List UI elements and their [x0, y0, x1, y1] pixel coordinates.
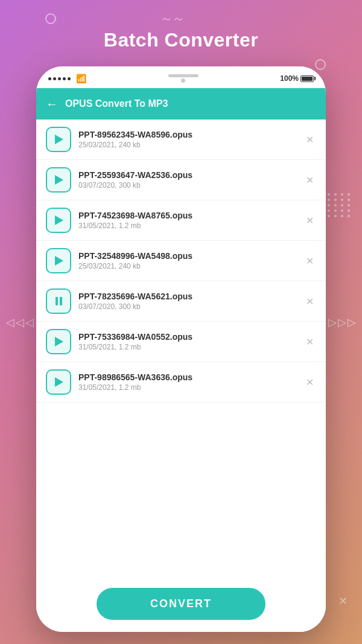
phone-speaker: [168, 74, 198, 77]
file-icon-2[interactable]: [46, 167, 71, 193]
app-header-title: OPUS Convert To MP3: [65, 98, 168, 109]
file-item-2: PPT-25593647-WA2536.opus 03/07/2020, 300…: [36, 160, 326, 200]
dots-pattern: [328, 193, 351, 217]
convert-button[interactable]: CONVERT: [97, 588, 265, 620]
phone-camera: [181, 78, 185, 83]
play-icon-6: [55, 337, 63, 346]
signal-dots: [48, 77, 71, 80]
file-icon-3[interactable]: [46, 208, 71, 233]
file-meta-6: 31/05/2021, 1.2 mb: [78, 343, 296, 351]
file-name-6: PPT-75336984-WA0552.opus: [78, 332, 296, 342]
file-item-4: PPT-32548996-WA5498.opus 25/03/2021, 240…: [36, 241, 326, 281]
play-icon-2: [55, 175, 63, 185]
file-name-4: PPT-32548996-WA5498.opus: [78, 251, 296, 261]
file-info-4: PPT-32548996-WA5498.opus 25/03/2021, 240…: [78, 251, 296, 270]
remove-button-1[interactable]: ✕: [303, 132, 316, 148]
file-meta-7: 31/05/2021, 1.2 mb: [78, 383, 296, 392]
file-info-2: PPT-25593647-WA2536.opus 03/07/2020, 300…: [78, 170, 296, 190]
remove-button-3[interactable]: ✕: [303, 212, 316, 229]
app-header: ← OPUS Convert To MP3: [36, 88, 326, 120]
file-meta-3: 31/05/2021, 1.2 mb: [78, 222, 296, 230]
page-title: Batch Converter: [0, 29, 362, 51]
remove-button-5[interactable]: ✕: [303, 293, 316, 310]
file-name-2: PPT-25593647-WA2536.opus: [78, 170, 296, 180]
file-name-7: PPT-98986565-WA3636.opus: [78, 372, 296, 382]
right-arrows: ▷ ▷ ▷: [328, 316, 356, 329]
convert-area: CONVERT: [36, 578, 326, 632]
file-meta-5: 03/07/2020, 300 kb: [78, 302, 296, 311]
bg-circle-1: [45, 13, 56, 24]
file-item-6: PPT-75336984-WA0552.opus 31/05/2021, 1.2…: [36, 322, 326, 362]
file-icon-4[interactable]: [46, 248, 71, 273]
phone-status-bar: 📶 100%: [36, 66, 326, 88]
file-name-3: PPT-74523698-WA8765.opus: [78, 211, 296, 220]
remove-button-4[interactable]: ✕: [303, 253, 316, 269]
file-info-6: PPT-75336984-WA0552.opus 31/05/2021, 1.2…: [78, 332, 296, 351]
file-info-3: PPT-74523698-WA8765.opus 31/05/2021, 1.2…: [78, 211, 296, 230]
file-info-1: PPT-89562345-WA8596.opus 25/03/2021, 240…: [78, 130, 296, 149]
play-icon-1: [55, 135, 63, 144]
file-info-7: PPT-98986565-WA3636.opus 31/05/2021, 1.2…: [78, 372, 296, 392]
bg-squiggle: ～～: [160, 10, 184, 28]
file-info-5: PPT-78235696-WA5621.opus 03/07/2020, 300…: [78, 292, 296, 311]
x-decor: ✕: [338, 595, 348, 608]
file-icon-7[interactable]: [46, 369, 71, 395]
phone-notch: [168, 74, 198, 83]
file-item-7: PPT-98986565-WA3636.opus 31/05/2021, 1.2…: [36, 362, 326, 403]
file-item-3: PPT-74523698-WA8765.opus 31/05/2021, 1.2…: [36, 200, 326, 241]
remove-button-2[interactable]: ✕: [303, 172, 316, 188]
play-icon-4: [55, 256, 63, 266]
play-icon-7: [55, 377, 63, 387]
file-name-1: PPT-89562345-WA8596.opus: [78, 130, 296, 139]
file-icon-5[interactable]: [46, 289, 71, 314]
file-meta-2: 03/07/2020, 300 kb: [78, 181, 296, 190]
file-item-1: PPT-89562345-WA8596.opus 25/03/2021, 240…: [36, 120, 326, 160]
left-arrows: ◁ ◁ ◁: [6, 316, 34, 329]
phone-frame: 📶 100% ← OPUS Convert To MP3 PPT-8956234…: [36, 66, 326, 632]
pause-icon-5: [56, 297, 62, 305]
play-icon-3: [55, 215, 63, 225]
battery-label: 100%: [280, 74, 299, 83]
remove-button-7[interactable]: ✕: [303, 374, 316, 391]
remove-button-6[interactable]: ✕: [303, 334, 316, 350]
file-item-5: PPT-78235696-WA5621.opus 03/07/2020, 300…: [36, 281, 326, 322]
file-icon-6[interactable]: [46, 329, 71, 354]
back-button[interactable]: ←: [46, 97, 58, 111]
file-name-5: PPT-78235696-WA5621.opus: [78, 292, 296, 301]
wifi-icon: 📶: [76, 74, 86, 83]
file-list: PPT-89562345-WA8596.opus 25/03/2021, 240…: [36, 120, 326, 578]
file-meta-4: 25/03/2021, 240 kb: [78, 262, 296, 270]
file-icon-1[interactable]: [46, 127, 71, 152]
battery-icon: [300, 75, 314, 82]
bg-circle-2: [315, 59, 326, 70]
file-meta-1: 25/03/2021, 240 kb: [78, 141, 296, 149]
battery-area: 100%: [280, 74, 314, 83]
